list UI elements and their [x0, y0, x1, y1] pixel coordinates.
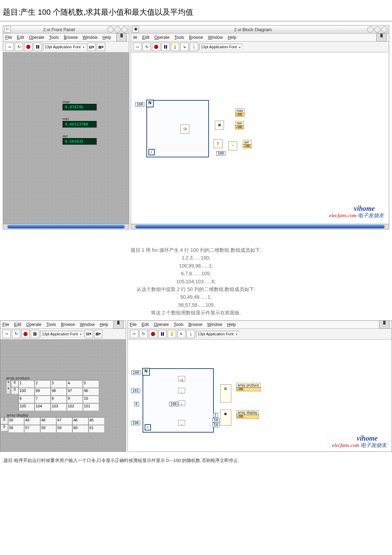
inc-node[interactable]: +1 [178, 376, 185, 382]
add-node[interactable]: + [178, 400, 185, 406]
const-1[interactable]: 6 [134, 402, 139, 406]
bd2-canvas[interactable]: 100 N i +1 101 − 6 106 + 106 − ▥ [128, 340, 392, 451]
align-button[interactable]: ▤▾ [87, 43, 96, 51]
fp-canvas[interactable]: max 0.978795 min 0.00123788 avr 0.501835 [3, 52, 129, 224]
arr2-idx0[interactable]: 0 [0, 417, 8, 424]
menu-browse[interactable]: Browse [64, 35, 78, 40]
divide-node[interactable]: ÷ [228, 141, 237, 150]
arr-display-terminal[interactable]: array display [236, 410, 259, 415]
menu-browse[interactable]: Browse [189, 35, 203, 40]
const-50a[interactable]: 1 [213, 413, 218, 418]
menu-edit[interactable]: Edit [141, 322, 149, 327]
vi-icon[interactable]: ▓ [116, 33, 127, 42]
random-node[interactable]: 🎲 [180, 124, 189, 134]
abort-button[interactable] [149, 330, 157, 338]
menu-browse[interactable]: Browse [61, 322, 75, 327]
const-50b[interactable]: 50 [212, 418, 219, 422]
menu-edit[interactable]: Edit [17, 35, 24, 40]
arr1-stepper[interactable]: ▲▼ [6, 380, 11, 394]
for-loop[interactable]: N i 🎲 [146, 100, 209, 157]
menu-window[interactable]: Window [207, 322, 222, 327]
build-array-node[interactable]: ▥ [220, 384, 231, 403]
menu-file[interactable]: File [130, 322, 137, 327]
menu-browse[interactable]: Browse [188, 322, 202, 327]
maxmin-node[interactable]: ▦ [215, 121, 224, 130]
menu-file[interactable]: ile [133, 35, 137, 40]
close-button[interactable] [121, 26, 128, 33]
menu-help[interactable]: Help [100, 322, 108, 327]
font-dropdown[interactable]: 13pt Application Font [43, 44, 86, 50]
run-cont-button[interactable]: ↻ [15, 43, 23, 51]
abort-button[interactable] [152, 43, 160, 51]
run-button[interactable]: ⇨ [5, 43, 14, 51]
sum-node[interactable]: Σ [213, 139, 223, 148]
arr2-idx1[interactable]: 0 [0, 424, 8, 431]
menu-help[interactable]: Help [228, 35, 237, 40]
font-dropdown[interactable]: 13pt Application Font [199, 44, 242, 50]
menu-edit[interactable]: Edit [14, 322, 21, 327]
fp-hscroll[interactable] [3, 224, 129, 229]
menu-help[interactable]: Help [227, 322, 236, 327]
menu-tools[interactable]: Tools [46, 322, 56, 327]
highlight-button[interactable]: 💡 [171, 43, 179, 51]
sub-node[interactable]: − [178, 388, 185, 393]
menu-window[interactable]: Window [82, 35, 97, 40]
menu-file[interactable]: File [5, 35, 12, 40]
close-button[interactable] [381, 26, 387, 33]
run-button[interactable]: ⇨ [2, 330, 11, 338]
const-100[interactable]: 100 [135, 102, 144, 107]
fp2-canvas[interactable]: array produce ▲▼ 0 0 1234510099989796678… [0, 340, 126, 451]
arr1-idx1[interactable]: 0 [11, 387, 19, 394]
max-button[interactable] [374, 26, 380, 33]
min-terminal[interactable]: min [235, 121, 244, 126]
abort-button[interactable] [21, 330, 30, 338]
const-100[interactable]: 100 [131, 370, 140, 375]
menu-operate[interactable]: Operate [154, 35, 169, 40]
avr-terminal[interactable]: avr [243, 140, 252, 144]
min-button[interactable] [107, 26, 114, 33]
vi-icon[interactable]: ▓ [376, 33, 387, 42]
menu-window[interactable]: Window [80, 322, 95, 327]
menu-edit[interactable]: Edit [142, 35, 150, 40]
retain-button[interactable]: ↳ [177, 330, 186, 338]
max-terminal[interactable]: max [235, 108, 245, 113]
max-button[interactable] [114, 26, 121, 33]
const-101[interactable]: 101 [131, 389, 140, 393]
run-button[interactable]: ⇨ [133, 43, 141, 51]
menu-file[interactable]: File [2, 322, 9, 327]
dist-button[interactable]: ▦▾ [94, 330, 102, 338]
for-loop-2[interactable]: N i +1 101 − 6 106 + 106 − [143, 368, 214, 433]
sub-node2[interactable]: − [178, 420, 185, 426]
subset-node[interactable]: ▣ [220, 410, 231, 426]
arr-produce-terminal[interactable]: array produce [236, 383, 261, 387]
abort-button[interactable] [24, 43, 32, 51]
step-button[interactable]: ⤵ [190, 43, 198, 51]
const-50c[interactable]: 50 [212, 423, 219, 427]
retain-button[interactable]: ↳ [180, 43, 189, 51]
dist-button[interactable]: ▦▾ [97, 43, 105, 51]
bd-hscroll[interactable] [131, 224, 389, 229]
min-button[interactable] [367, 26, 373, 33]
const-6[interactable]: 106 [169, 402, 178, 406]
align-button[interactable]: ▤▾ [85, 330, 93, 338]
menu-help[interactable]: Help [102, 35, 111, 40]
vi-icon[interactable]: ▓ [379, 320, 390, 329]
const-100-b[interactable]: 100 [216, 151, 225, 156]
run-cont-button[interactable]: ↻ [139, 330, 148, 338]
menu-tools[interactable]: Tools [174, 35, 184, 40]
run-cont-button[interactable]: ↻ [143, 43, 151, 51]
font-dropdown[interactable]: 13pt Application Font [196, 331, 239, 337]
highlight-button[interactable]: 💡 [168, 330, 176, 338]
menu-tools[interactable]: Tools [174, 322, 183, 327]
run-cont-button[interactable]: ↻ [12, 330, 20, 338]
vi-icon[interactable]: ▓ [113, 320, 124, 329]
font-dropdown[interactable]: 13pt Application Font [40, 331, 84, 337]
menu-window[interactable]: Window [208, 35, 223, 40]
bd-canvas[interactable]: 100 N i 🎲 ▦ Σ ÷ 100 max ▸DBL min ▸DBL [131, 52, 389, 224]
run-button[interactable]: ⇨ [130, 330, 138, 338]
arr1-idx0[interactable]: 0 [11, 380, 19, 387]
menu-operate[interactable]: Operate [154, 322, 169, 327]
menu-operate[interactable]: Operate [26, 322, 41, 327]
pause-button[interactable] [161, 43, 170, 51]
pause-button[interactable] [34, 43, 42, 51]
